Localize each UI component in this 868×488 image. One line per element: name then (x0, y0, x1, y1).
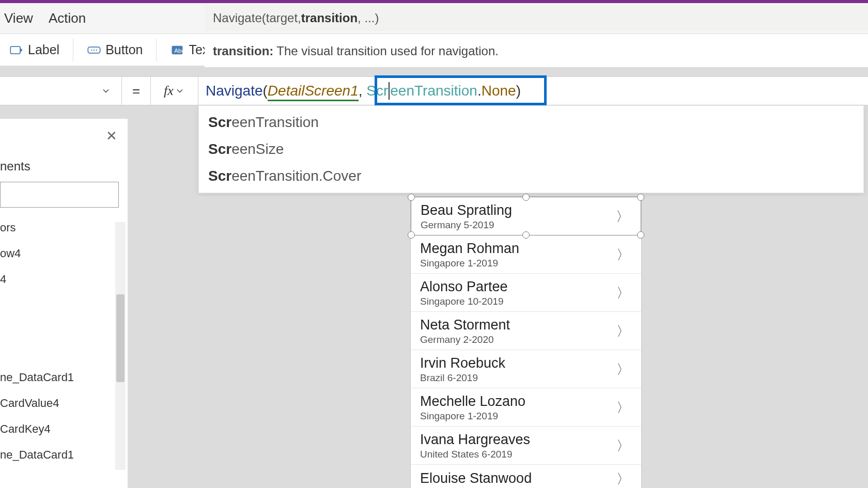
menu-action[interactable]: Action (49, 10, 86, 26)
resize-handle[interactable] (522, 194, 530, 201)
comma: , (359, 83, 367, 99)
scrollbar-thumb[interactable] (116, 294, 125, 382)
dot: . (477, 83, 482, 99)
gallery-item-subtitle: Germany 2-2020 (420, 334, 614, 345)
svg-rect-0 (10, 46, 20, 54)
gallery-item-subtitle: Singapore 1-2019 (420, 258, 614, 269)
insert-button-text: Button (105, 42, 143, 57)
fx-button[interactable]: fx (151, 77, 198, 105)
close-icon[interactable]: ✕ (106, 128, 117, 144)
chevron-right-icon[interactable]: 〉 (614, 208, 631, 226)
svg-point-3 (94, 49, 95, 50)
signature-suffix: , ...) (358, 11, 379, 25)
tree-item[interactable]: ne_DataCard1 (0, 442, 128, 468)
autocomplete-item[interactable]: ScreenSize (199, 136, 863, 163)
gallery-item-title: Irvin Roebuck (420, 355, 614, 371)
text-caret (389, 82, 390, 100)
property-selector[interactable] (0, 77, 122, 105)
gallery-item[interactable]: Irvin Roebuck Brazil 6-2019 〉 (411, 350, 641, 388)
chevron-right-icon[interactable]: 〉 (614, 322, 632, 340)
gallery-item-subtitle: Singapore 10-2019 (420, 296, 614, 307)
gallery-item[interactable]: Alonso Partee Singapore 10-2019 〉 (411, 274, 641, 312)
tree-view-panel: ✕ nents ors ow4 4 ne_DataCard1 CardValue… (0, 119, 128, 488)
formula-prop: None (482, 83, 516, 99)
chevron-down-icon (101, 86, 111, 96)
autocomplete-item[interactable]: ScreenTransition (199, 109, 863, 136)
gallery-item-subtitle: Germany 5-2019 (421, 219, 614, 231)
parameter-description: The visual transition used for navigatio… (276, 44, 499, 58)
gallery-item-title: Beau Spratling (421, 202, 614, 218)
formula-signature-hint: Navigate(target, transition , ...) (205, 5, 868, 31)
menu-view[interactable]: View (4, 10, 33, 26)
gallery-item-title: Megan Rohman (420, 241, 614, 257)
gallery-item[interactable]: Mechelle Lozano Singapore 1-2019 〉 (411, 388, 641, 427)
panel-title-partial: nents (0, 159, 30, 174)
app-preview: Beau Spratling Germany 5-2019 〉 Megan Ro… (410, 196, 642, 488)
toolbar-separator (73, 39, 73, 61)
tree-search-input[interactable] (0, 182, 119, 208)
close-paren: ) (516, 83, 521, 99)
resize-handle[interactable] (408, 194, 415, 201)
label-icon (9, 43, 24, 57)
gallery-item-title: Neta Storment (420, 317, 614, 333)
parameter-name: transition: (213, 44, 273, 58)
fx-icon: fx (164, 83, 174, 99)
tree-item[interactable]: 4 (0, 266, 128, 292)
gallery-item[interactable]: Megan Rohman Singapore 1-2019 〉 (411, 235, 641, 274)
equals-sign: = (122, 77, 151, 105)
tree-item[interactable]: ors (0, 215, 128, 241)
chevron-right-icon[interactable]: 〉 (614, 399, 632, 417)
gallery-item-subtitle: Brazil 6-2019 (420, 372, 614, 384)
tree-list: ors ow4 4 ne_DataCard1 CardValue4 CardKe… (0, 215, 128, 468)
formula-function: Navigate (206, 83, 263, 99)
svg-point-4 (96, 49, 97, 50)
button-icon (87, 43, 101, 57)
gallery-item-selected[interactable]: Beau Spratling Germany 5-2019 〉 (411, 197, 641, 235)
chevron-right-icon[interactable]: 〉 (614, 437, 632, 455)
gallery-item-title: Alonso Partee (420, 279, 614, 295)
formula-arg2a: Scr (366, 83, 388, 99)
svg-text:Abc: Abc (175, 46, 185, 53)
formula-input[interactable]: Navigate(DetailScreen1, ScreenTransition… (198, 77, 868, 105)
formula-arg1: DetailScreen1 (268, 83, 359, 99)
scrollbar[interactable] (115, 222, 126, 470)
gallery-item-subtitle: Singapore 1-2019 (420, 411, 614, 422)
chevron-right-icon[interactable]: 〉 (614, 284, 632, 302)
toolbar-separator (156, 39, 157, 61)
open-paren: ( (263, 83, 268, 99)
formula-arg2b: eenTransition (390, 83, 477, 99)
chevron-right-icon[interactable]: 〉 (614, 360, 632, 379)
autocomplete-item[interactable]: ScreenTransition.Cover (199, 163, 863, 190)
signature-prefix: Navigate(target, (213, 11, 301, 25)
svg-point-2 (91, 49, 92, 50)
gallery-item-title: Mechelle Lozano (420, 393, 614, 410)
gallery-item[interactable]: Ivana Hargreaves United States 6-2019 〉 (411, 427, 641, 465)
insert-label-button[interactable]: Label (5, 40, 64, 59)
gallery-item-title: Elouise Stanwood (420, 470, 614, 486)
canvas[interactable]: Beau Spratling Germany 5-2019 〉 Megan Ro… (133, 196, 868, 488)
signature-current-param: transition (301, 11, 358, 25)
autocomplete-popup: ScreenTransition ScreenSize ScreenTransi… (198, 105, 864, 193)
insert-button-button[interactable]: Button (83, 40, 147, 59)
tree-item[interactable]: ne_DataCard1 (0, 365, 128, 390)
chevron-right-icon[interactable]: 〉 (614, 470, 632, 488)
chevron-right-icon[interactable]: 〉 (614, 246, 632, 264)
gallery-item-subtitle: United States 6-2019 (420, 449, 614, 460)
formula-bar: = fx Navigate(DetailScreen1, ScreenTrans… (0, 76, 868, 105)
gallery-item[interactable]: Neta Storment Germany 2-2020 〉 (411, 312, 641, 350)
gallery-item-title: Ivana Hargreaves (420, 432, 614, 448)
text-icon: Abc (170, 43, 184, 57)
resize-handle[interactable] (637, 194, 644, 201)
gallery-item[interactable]: Elouise Stanwood 〉 (411, 465, 641, 488)
tree-item[interactable]: ow4 (0, 241, 128, 266)
chevron-down-icon (175, 86, 185, 96)
tree-item[interactable]: CardKey4 (0, 416, 128, 442)
parameter-help: transition: The visual transition used f… (205, 35, 868, 67)
tree-item[interactable]: CardValue4 (0, 390, 128, 416)
insert-label-text: Label (28, 42, 59, 57)
